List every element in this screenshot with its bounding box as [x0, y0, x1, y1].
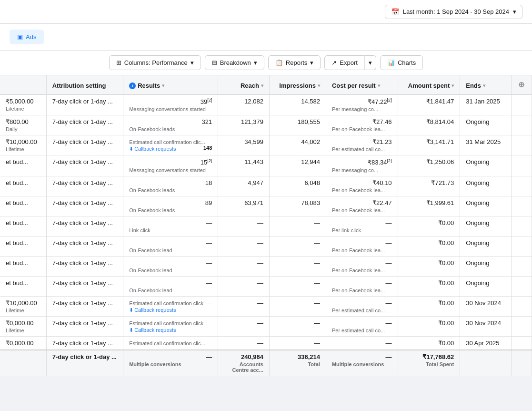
header-attribution[interactable]: Attribution setting — [46, 75, 123, 94]
footer-ends — [460, 350, 512, 376]
table-footer-row: 7-day click or 1-day ... — Multiple conv… — [0, 350, 532, 376]
results-sub: Link click — [129, 227, 212, 233]
reports-button[interactable]: 📋 Reports ▾ — [268, 55, 321, 70]
charts-button[interactable]: 📊 Charts — [380, 55, 423, 70]
cell-amount: ₹0.00 — [398, 236, 460, 256]
ends-value: 30 Nov 2024 — [466, 319, 505, 327]
impressions-header-label: Impressions — [279, 82, 316, 89]
cpr-sub: Per estimated call co... — [332, 146, 392, 152]
charts-label: Charts — [398, 59, 416, 66]
cell-results: Estimated call confirmation click —⬇Call… — [123, 316, 218, 336]
breakdown-button[interactable]: ⊟ Breakdown ▾ — [205, 55, 264, 70]
columns-button[interactable]: ⊞ Columns: Performance ▾ — [109, 55, 201, 70]
cell-cpr: —Per link click — [326, 216, 398, 236]
results-value: — — [129, 219, 212, 226]
cell-cpr: —Per on-Facebook lea... — [326, 276, 398, 296]
cell-amount: ₹0.00 — [398, 216, 460, 236]
results-value: 89 — [129, 199, 212, 206]
header-ends[interactable]: Ends ▾ — [460, 75, 512, 94]
ends-value: 31 Mar 2025 — [466, 138, 505, 145]
impressions-value: 12,944 — [275, 158, 320, 165]
header-cpr[interactable]: Cost per result ▾ — [326, 75, 398, 94]
impressions-value: 78,083 — [275, 199, 320, 206]
columns-icon: ⊞ — [116, 59, 121, 66]
tab-ads[interactable]: ▣ Ads — [10, 30, 44, 44]
cpr-value: — — [332, 339, 392, 347]
cell-ends: Ongoing — [460, 256, 512, 276]
results-callback: ⬇Callback requests — [129, 327, 212, 333]
amount-value: ₹1,250.06 — [404, 158, 454, 165]
cell-amount: ₹0.00 — [398, 316, 460, 336]
ends-sort-icon: ▾ — [483, 83, 485, 88]
cell-impressions: — — [269, 296, 326, 316]
table-row: et bud... 7-day click or 1-day ... 89On-… — [0, 196, 532, 216]
results-info-icon: i — [129, 82, 136, 89]
cpr-value: — — [332, 239, 392, 247]
cell-reach: — — [218, 296, 270, 316]
cell-budget: et bud... — [0, 236, 46, 256]
table-row: et bud... 7-day click or 1-day ... 18On-… — [0, 176, 532, 196]
header-amount[interactable]: Amount spent ▾ — [398, 75, 460, 94]
attribution-value: 7-day click or 1-day ... — [52, 219, 117, 226]
results-sub-prefix: Estimated call confirmation clic... 148 — [129, 139, 212, 145]
cell-amount: ₹0.00 — [398, 336, 460, 350]
budget-period: Lifetime — [6, 308, 40, 313]
cpr-value: ₹47.22[2] — [332, 98, 392, 105]
cell-results: 15[2]Messaging conversations started — [123, 155, 218, 176]
budget-period: Lifetime — [6, 328, 40, 333]
reports-chevron: ▾ — [310, 59, 313, 66]
export-dropdown-button[interactable]: ▾ — [364, 55, 376, 70]
footer-impressions: 336,214 Total — [269, 350, 326, 376]
cell-plus — [511, 155, 532, 176]
export-label: Export — [340, 59, 358, 66]
amount-value: ₹0.00 — [404, 339, 454, 347]
cell-results: —On-Facebook lead — [123, 236, 218, 256]
amount-value: ₹8,814.04 — [404, 118, 454, 125]
header-results[interactable]: i Results ▾ — [123, 75, 218, 94]
columns-chevron: ▾ — [191, 59, 194, 66]
footer-amount: ₹17,768.62 Total Spent — [398, 350, 460, 376]
toolbar: ⊞ Columns: Performance ▾ ⊟ Breakdown ▾ 📋… — [0, 51, 532, 75]
export-button[interactable]: ↗ Export — [324, 55, 364, 70]
cell-ends: Ongoing — [460, 196, 512, 216]
reach-value: 121,379 — [224, 118, 263, 125]
cell-reach: 63,971 — [218, 196, 270, 216]
amount-value: ₹721.73 — [404, 179, 454, 186]
ends-value: 31 Jan 2025 — [466, 98, 505, 105]
header-impressions[interactable]: Impressions ▾ — [269, 75, 326, 94]
ends-value: Ongoing — [466, 118, 505, 125]
results-callback: ⬇Callback requests — [129, 146, 212, 152]
add-column-icon[interactable]: ⊕ — [518, 81, 524, 89]
header-plus[interactable]: ⊕ — [511, 75, 532, 94]
table-header-row: Attribution setting i Results ▾ Reach ▾ — [0, 75, 532, 94]
cell-plus — [511, 216, 532, 236]
cell-reach: — — [218, 336, 270, 350]
footer-attribution-value: 7-day click or 1-day ... — [52, 353, 117, 360]
export-icon: ↗ — [331, 59, 337, 66]
amount-value: ₹0.00 — [404, 239, 454, 247]
results-sub-prefix: Estimated call confirmation clic... — — [129, 340, 212, 346]
cell-results: 89On-Facebook leads — [123, 196, 218, 216]
header-reach[interactable]: Reach ▾ — [218, 75, 270, 94]
amount-value: ₹0.00 — [404, 319, 454, 327]
cell-impressions: 6,048 — [269, 176, 326, 196]
date-range-button[interactable]: 📅 Last month: 1 Sep 2024 - 30 Sep 2024 ▾ — [385, 5, 522, 19]
date-range-chevron: ▾ — [513, 8, 516, 15]
footer-results-sub: Multiple conversions — [129, 361, 212, 367]
cell-ends: 31 Jan 2025 — [460, 94, 512, 115]
cell-impressions: — — [269, 276, 326, 296]
cell-reach: — — [218, 276, 270, 296]
budget-value: ₹10,000.00 — [6, 138, 40, 145]
cpr-value: — — [332, 259, 392, 267]
header-budget — [0, 75, 46, 94]
impressions-value: 180,555 — [275, 118, 320, 125]
ends-value: Ongoing — [466, 259, 505, 267]
cpr-sub: Per link click — [332, 227, 392, 233]
impressions-sort-icon: ▾ — [318, 83, 320, 88]
columns-label: Columns: Performance — [124, 59, 188, 66]
ends-header-label: Ends — [466, 82, 481, 89]
cell-amount: ₹0.00 — [398, 256, 460, 276]
footer-cpr-sub: Multiple conversions — [332, 361, 392, 367]
cell-attribution: 7-day click or 1-day ... — [46, 316, 123, 336]
cell-budget: ₹5,000.00Lifetime — [0, 94, 46, 115]
